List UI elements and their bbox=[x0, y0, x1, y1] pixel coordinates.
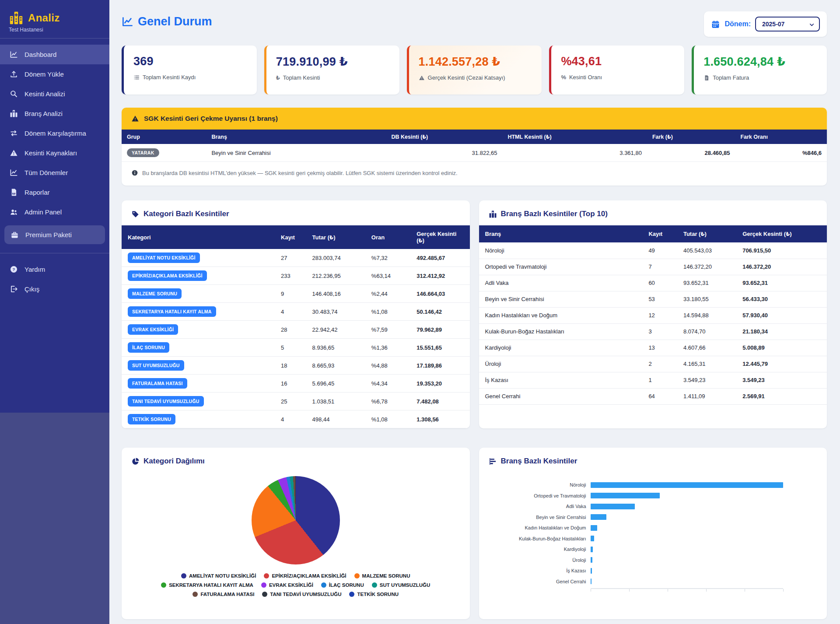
bar-row: Genel Cerrahi bbox=[488, 576, 784, 587]
sidebar-nav: Dashboard Dönem Yükle Kesinti Analizi Br… bbox=[0, 45, 109, 299]
legend-swatch bbox=[372, 582, 377, 588]
legend-swatch bbox=[161, 582, 166, 588]
bar-category-label: Nöroloji bbox=[488, 482, 591, 487]
sidebar-item-kesinti-analizi[interactable]: Kesinti Analizi bbox=[0, 84, 109, 104]
legend-item: TETKİK SORUNU bbox=[349, 592, 399, 597]
legend-swatch bbox=[354, 573, 360, 578]
sidebar-item-label: Tüm Dönemler bbox=[24, 169, 68, 176]
axis-tick bbox=[668, 589, 668, 592]
table-row: AMELİYAT NOTU EKSİKLİĞİ27283.003,74%7,32… bbox=[122, 249, 470, 267]
bar bbox=[591, 578, 592, 584]
chart-line-icon bbox=[10, 50, 18, 59]
sgk-warning-card: SGK Kesinti Geri Çekme Uyarısı (1 branş)… bbox=[122, 108, 827, 186]
legend-label: EVRAK EKSİKLİĞİ bbox=[269, 582, 313, 588]
briefcase-icon bbox=[10, 231, 19, 239]
table-row: EPİKRİZ/AÇIKLAMA EKSİKLİĞİ233212.236,95%… bbox=[122, 267, 470, 285]
sidebar-item-donem-karsilastirma[interactable]: Dönem Karşılaştırma bbox=[0, 123, 109, 143]
sidebar-item-label: Dashboard bbox=[24, 51, 56, 58]
sidebar-item-tum-donemler[interactable]: Tüm Dönemler bbox=[0, 163, 109, 182]
axis-tick bbox=[706, 589, 707, 592]
legend-item: SEKRETARYA HATALI KAYIT ALMA bbox=[161, 582, 253, 588]
app-title: Analiz bbox=[28, 12, 60, 24]
bar bbox=[591, 482, 784, 488]
brans-table: Branş Kayıt Tutar (₺) Gerçek Kesinti (₺)… bbox=[479, 225, 827, 405]
db-kesinti-cell: 31.822,65 bbox=[386, 144, 502, 162]
pie-chart-panel: Kategori Dağılımı AMELİYAT NOTU EKSİKLİĞ… bbox=[122, 448, 470, 619]
column-header: Gerçek Kesinti (₺) bbox=[410, 225, 469, 249]
bar-category-label: Üroloji bbox=[488, 557, 591, 563]
column-header: Grup bbox=[122, 130, 206, 144]
bar-track bbox=[591, 514, 784, 520]
column-header: HTML Kesinti (₺) bbox=[502, 130, 647, 144]
pie-chart-icon bbox=[131, 457, 140, 466]
logo-block: Analiz Test Hastanesi bbox=[0, 8, 109, 39]
bar-track bbox=[591, 578, 784, 584]
upload-icon bbox=[10, 70, 18, 78]
period-select[interactable]: 2025-07 bbox=[755, 17, 820, 32]
bar bbox=[591, 514, 606, 520]
brans-cell: Beyin ve Sinir Cerrahisi bbox=[206, 144, 386, 162]
legend-swatch bbox=[262, 592, 267, 597]
legend-label: SUT UYUMSUZLUĞU bbox=[380, 582, 430, 588]
users-icon bbox=[10, 208, 18, 216]
legend-swatch bbox=[264, 573, 269, 578]
sidebar-item-raporlar[interactable]: PDF Raporlar bbox=[0, 182, 109, 202]
svg-text:PDF: PDF bbox=[13, 193, 15, 194]
sidebar-item-dashboard[interactable]: Dashboard bbox=[0, 45, 109, 64]
bar-row: Kardiyoloji bbox=[488, 544, 784, 555]
legend-swatch bbox=[261, 582, 266, 588]
table-row: SEKRETARYA HATALI KAYIT ALMA430.483,74%1… bbox=[122, 303, 470, 321]
warning-triangle-icon bbox=[131, 115, 139, 123]
legend-label: EPİKRİZ/AÇIKLAMA EKSİKLİĞİ bbox=[272, 573, 346, 578]
legend-label: İLAÇ SORUNU bbox=[329, 582, 364, 588]
sidebar-item-kesinti-kaynaklari[interactable]: Kesinti Kaynakları bbox=[0, 143, 109, 163]
sidebar-item-premium-paketi[interactable]: Premium Paketi bbox=[4, 225, 105, 244]
category-badge: EPİKRİZ/AÇIKLAMA EKSİKLİĞİ bbox=[128, 270, 207, 281]
fark-orani-cell: %846,6 bbox=[735, 144, 827, 162]
bar-category-label: Genel Cerrahi bbox=[488, 579, 591, 584]
bar-chart-area: NörolojiOrtopedi ve TravmatolojiAdli Vak… bbox=[479, 473, 827, 592]
bar-row: Adli Vaka bbox=[488, 501, 784, 512]
sidebar-item-label: Yardım bbox=[24, 266, 45, 273]
column-header: DB Kesinti (₺) bbox=[386, 130, 502, 144]
sidebar-item-brans-analizi[interactable]: Branş Analizi bbox=[0, 104, 109, 123]
category-badge: TANI TEDAVİ UYUMSUZLUĞU bbox=[128, 396, 204, 407]
fark-cell: 28.460,85 bbox=[647, 144, 735, 162]
sidebar-item-donem-yukle[interactable]: Dönem Yükle bbox=[0, 64, 109, 84]
kpi-card-toplam-fatura: 1.650.624,84 ₺ Toplam Fatura bbox=[692, 46, 827, 95]
help-circle-icon: ? bbox=[10, 265, 18, 273]
panel-title: Branş Bazlı Kesintiler bbox=[479, 448, 827, 473]
table-row: Adli Vaka6093.652,3193.652,31 bbox=[479, 275, 827, 291]
sidebar-item-label: Branş Analizi bbox=[24, 110, 63, 117]
legend-label: MALZEME SORUNU bbox=[362, 573, 410, 578]
table-row: SUT UYUMSUZLUĞU188.665,93%4,8817.189,86 bbox=[122, 357, 470, 375]
sgk-warning-title: SGK Kesinti Geri Çekme Uyarısı (1 branş) bbox=[144, 115, 278, 123]
bar-category-label: Kardiyoloji bbox=[488, 547, 591, 552]
sgk-warning-note: Bu branşlarda DB kesintisi HTML'den yüks… bbox=[122, 162, 827, 186]
legend-swatch bbox=[321, 582, 326, 588]
table-row: FATURALAMA HATASI165.696,45%4,3419.353,2… bbox=[122, 375, 470, 393]
sidebar-item-label: Kesinti Kaynakları bbox=[24, 149, 77, 157]
period-label: Dönem: bbox=[724, 20, 751, 28]
bar-category-label: Kadın Hastalıkları ve Doğum bbox=[488, 525, 591, 530]
page-title-text: Genel Durum bbox=[138, 15, 212, 28]
legend-item: İLAÇ SORUNU bbox=[321, 582, 364, 588]
sgk-warning-table: Grup Branş DB Kesinti (₺) HTML Kesinti (… bbox=[122, 130, 827, 162]
sidebar-item-label: Çıkış bbox=[24, 285, 39, 293]
category-table-panel: Kategori Bazlı Kesintiler Kategori Kayıt… bbox=[122, 200, 470, 428]
bar-category-label: Ortopedi ve Travmatoloji bbox=[488, 493, 591, 498]
sidebar-item-admin-panel[interactable]: Admin Panel bbox=[0, 202, 109, 222]
sidebar-item-cikis[interactable]: Çıkış bbox=[0, 279, 109, 299]
bar-track bbox=[591, 547, 784, 552]
sidebar-item-yardim[interactable]: ? Yardım bbox=[0, 259, 109, 279]
bar-track bbox=[591, 557, 784, 563]
period-card: Dönem: 2025-07 bbox=[704, 11, 827, 37]
legend-item: FATURALAMA HATASI bbox=[192, 592, 254, 597]
sidebar-item-label: Admin Panel bbox=[24, 208, 62, 216]
warning-triangle-icon bbox=[10, 149, 18, 157]
sidebar-main: Analiz Test Hastanesi Dashboard Dönem Yü… bbox=[0, 0, 109, 413]
kpi-card-toplam-kesinti: 719.910,99 ₺ ₺ Toplam Kesinti bbox=[264, 46, 399, 95]
bar-track bbox=[591, 482, 784, 488]
brans-table-panel: Branş Bazlı Kesintiler (Top 10) Branş Ka… bbox=[479, 200, 827, 428]
table-row: Üroloji24.165,3112.445,79 bbox=[479, 356, 827, 372]
